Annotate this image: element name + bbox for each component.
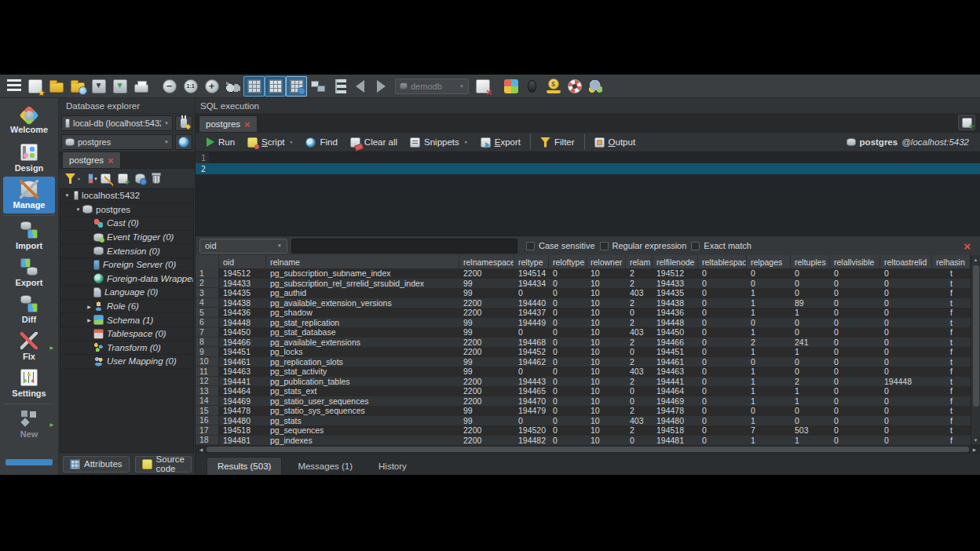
tree-item-user-mapping[interactable]: User Mapping (0)	[60, 355, 193, 369]
refresh-database-button[interactable]	[175, 134, 192, 150]
grid-cell[interactable]: 194518	[653, 425, 698, 436]
grid-cell[interactable]: 194514	[514, 268, 549, 279]
grid-cell[interactable]: 89	[791, 298, 830, 308]
editor-line-2-current[interactable]: 2	[196, 163, 980, 174]
grid-cell[interactable]: 2200	[459, 396, 514, 407]
grid-header-cell[interactable]: relallvisible	[830, 255, 880, 268]
grid-cell[interactable]: 0	[514, 288, 549, 298]
grid-cell[interactable]: f	[932, 436, 971, 446]
grid-cell[interactable]: t	[932, 406, 971, 416]
grid-cell[interactable]: 0	[747, 318, 791, 328]
grid-cell[interactable]: 99	[459, 367, 514, 377]
grid-cell[interactable]: f	[932, 288, 971, 298]
grid-cell[interactable]: 0	[549, 327, 587, 338]
edit-object-button[interactable]	[101, 173, 111, 184]
grid-row-number[interactable]: 3	[196, 288, 219, 298]
grid-cell[interactable]: 0	[830, 268, 880, 279]
grid-cell[interactable]: 0	[698, 357, 747, 367]
tree-item-event-trigger[interactable]: Event Trigger (0)	[60, 231, 193, 245]
grid-row-number[interactable]: 5	[196, 308, 219, 318]
grid-cell[interactable]: 194461	[653, 357, 698, 367]
grid-cell[interactable]: 1	[747, 298, 791, 308]
grid-cell[interactable]: 0	[830, 279, 880, 289]
grid-cell[interactable]: 0	[549, 288, 587, 298]
grid-cell[interactable]: 194478	[653, 406, 698, 416]
grid-cell[interactable]: 0	[880, 327, 932, 338]
grid-cell[interactable]: 194512	[219, 268, 266, 279]
grid-cell[interactable]: pg_indexes	[266, 436, 459, 446]
grid-cell[interactable]: 1	[747, 377, 791, 387]
grid-cell[interactable]: 194451	[219, 347, 266, 357]
find-button[interactable]: Find	[299, 134, 343, 150]
grid-cell[interactable]: 7	[747, 425, 791, 436]
scroll-down-icon[interactable]: ▼	[974, 436, 978, 444]
expand-arrow-icon[interactable]: ▼	[63, 193, 71, 198]
close-icon[interactable]: ×	[108, 155, 114, 166]
grid-cell[interactable]: 194512	[653, 268, 698, 279]
editor-line-1[interactable]: 1	[196, 152, 980, 163]
tree-item-language[interactable]: Language (0)	[60, 286, 193, 300]
grid-cell[interactable]: pg_locks	[266, 347, 459, 357]
grid-cell[interactable]: pg_publication_tables	[266, 377, 459, 387]
grid-row-number[interactable]: 12	[196, 377, 219, 387]
grid-cell[interactable]: f	[932, 308, 971, 318]
grid-header-cell[interactable]: relam	[626, 255, 653, 268]
grid-cell[interactable]: 194436	[219, 308, 266, 318]
grid-row[interactable]: 14194469pg_statio_user_sequences22001944…	[196, 396, 971, 407]
tree-item-tablespace[interactable]: Tablespace (0)	[60, 327, 193, 341]
grid-cell[interactable]: 1	[747, 347, 791, 357]
explorer-tab-postgres[interactable]: postgres ×	[62, 151, 121, 168]
grid-cell[interactable]: 194466	[653, 338, 698, 348]
grid-cell[interactable]: 194482	[514, 436, 549, 446]
checkbox[interactable]	[600, 242, 609, 250]
grid-cell[interactable]: 194480	[219, 416, 266, 426]
grid-cell[interactable]: 2200	[459, 377, 514, 387]
grid-cell[interactable]: 194443	[514, 377, 549, 387]
grid-cell[interactable]: 194448	[653, 318, 698, 328]
grid-row-number[interactable]: 16	[196, 416, 219, 426]
grid-cell[interactable]: 194464	[653, 386, 698, 396]
grid-cell[interactable]: 1	[747, 327, 791, 338]
grid-cell[interactable]: 10	[587, 308, 626, 318]
grid-row[interactable]: 10194461pg_replication_slots991944620102…	[196, 357, 971, 367]
grid-cell[interactable]: 2200	[459, 347, 514, 357]
grid-cell[interactable]: 0	[880, 288, 932, 298]
sort-objects-button[interactable]	[88, 173, 93, 184]
zoom-reset-button[interactable]	[180, 76, 201, 97]
grid-cell[interactable]: 0	[698, 406, 747, 416]
scrollbar-thumb[interactable]	[207, 447, 969, 452]
grid-cell[interactable]: 99	[459, 288, 514, 298]
grid-cell[interactable]: 0	[626, 436, 653, 446]
grid-cell[interactable]: 0	[698, 268, 747, 279]
forward-button[interactable]	[371, 76, 392, 97]
grid-cell[interactable]: pg_subscription_subname_index	[266, 268, 459, 279]
grid-cell[interactable]: 10	[587, 327, 626, 338]
grid-cell[interactable]: 194440	[514, 298, 549, 308]
grid-cell[interactable]: 0	[549, 396, 587, 407]
grid-cell[interactable]: 0	[549, 406, 587, 416]
grid-cell[interactable]: 2	[626, 279, 653, 289]
grid-cell[interactable]: 0	[791, 279, 830, 289]
exact-match-checkbox[interactable]: Exact match	[691, 241, 751, 250]
grid-row-number[interactable]: 18	[196, 436, 219, 446]
grid-cell[interactable]: 0	[830, 338, 880, 348]
grid-row[interactable]: 3194435pg_authid99001040319443501000f	[196, 288, 971, 298]
tree-item-foreign-data-wrapper[interactable]: Foreign-data Wrapper (0)	[60, 272, 193, 286]
grid-cell[interactable]: 2	[791, 377, 830, 387]
grid-cell[interactable]: 194449	[514, 318, 549, 328]
grid-cell[interactable]: 0	[791, 327, 830, 338]
expand-arrow-icon[interactable]: ▶	[85, 304, 93, 309]
grid-row[interactable]: 2194433pg_subscription_rel_srrelid_srsub…	[196, 279, 971, 289]
grid-cell[interactable]: 194463	[219, 367, 266, 377]
grid-cell[interactable]: 0	[626, 347, 653, 357]
grid-cell[interactable]: 0	[698, 396, 747, 407]
grid-cell[interactable]: 0	[830, 318, 880, 328]
grid-cell[interactable]: 0	[791, 406, 830, 416]
grid-cell[interactable]: 194441	[653, 377, 698, 387]
filter-button[interactable]: Filter	[530, 134, 581, 150]
vertical-scrollbar[interactable]: ▲ ▼	[971, 255, 980, 444]
delete-object-button[interactable]	[152, 174, 160, 184]
grid-cell[interactable]: 0	[791, 288, 830, 298]
grid-cell[interactable]: 1	[791, 396, 830, 407]
grid-header-cell[interactable]: reltoastrelid	[880, 255, 932, 268]
